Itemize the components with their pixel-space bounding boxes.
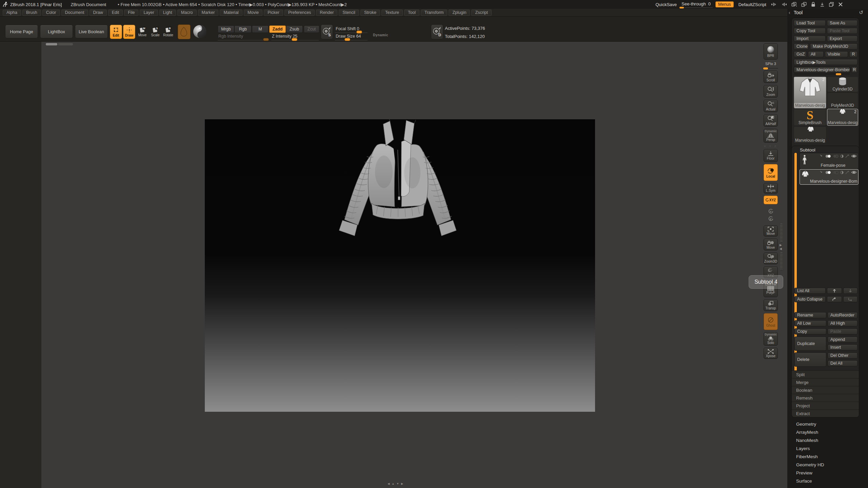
make-polymesh3d-button[interactable]: Make PolyMesh3D bbox=[810, 43, 857, 49]
current-material-button[interactable] bbox=[193, 24, 207, 39]
canvas-scrollbar-track[interactable] bbox=[58, 43, 73, 45]
live-boolean-button[interactable]: Live Boolean bbox=[75, 25, 108, 38]
palette-nanomesh[interactable]: NanoMesh bbox=[796, 438, 818, 443]
canvas-left-arrow[interactable]: ◀ bbox=[388, 482, 390, 485]
all-low-button[interactable]: All Low bbox=[794, 320, 826, 326]
scroll-button[interactable]: Scroll bbox=[764, 70, 778, 83]
move3d-button[interactable]: Move bbox=[764, 239, 778, 250]
canvas-down-arrow[interactable]: ▼ bbox=[396, 482, 399, 485]
home-page-button[interactable]: Home Page bbox=[5, 25, 38, 38]
copy-subtool-button[interactable]: Copy bbox=[794, 328, 826, 334]
subtool-title[interactable]: Subtool bbox=[800, 147, 815, 152]
canvas-nav-arrows[interactable]: ◀ ▲ ▼ ▶ bbox=[388, 482, 403, 485]
focal-shift-slider[interactable]: Focal Shift 0 bbox=[335, 26, 368, 33]
load-tool-button[interactable]: Load Tool bbox=[794, 20, 826, 26]
section-boolean[interactable]: Boolean bbox=[792, 386, 859, 394]
zoom3d-button[interactable]: Zoom3D bbox=[764, 252, 778, 264]
del-other-button[interactable]: Del Other bbox=[828, 352, 857, 359]
zoom-button[interactable]: Zoom bbox=[764, 85, 778, 98]
xyz-rotation-button[interactable]: XYZ bbox=[764, 196, 778, 204]
difference-icon[interactable] bbox=[840, 171, 844, 174]
menu-zplugin[interactable]: Zplugin bbox=[449, 9, 470, 16]
goto-subtool-icon[interactable] bbox=[820, 155, 824, 158]
dynamic-draw-size-label[interactable]: Dynamic bbox=[373, 33, 388, 37]
lsym-button[interactable]: L.Sym bbox=[764, 183, 778, 194]
eye-visibility-icon[interactable] bbox=[851, 154, 857, 158]
panel-collapse-icon[interactable]: ‹ bbox=[789, 10, 790, 15]
all-high-button[interactable]: All High bbox=[828, 320, 857, 326]
section-extract[interactable]: Extract bbox=[792, 409, 859, 417]
menus-button[interactable]: Menus bbox=[715, 1, 734, 7]
collapse-left-tray-icon[interactable] bbox=[771, 2, 777, 7]
palette-reset-icon[interactable]: ↺ bbox=[859, 9, 863, 16]
menu-material[interactable]: Material bbox=[220, 9, 242, 16]
duplicate-button[interactable]: Duplicate bbox=[794, 337, 826, 351]
tool-thumb-0[interactable]: 2 Marvelous-desig bbox=[794, 77, 826, 108]
goto-subtool-icon[interactable] bbox=[820, 171, 824, 174]
actual-button[interactable]: x1 Actual bbox=[764, 100, 778, 112]
menu-picker[interactable]: Picker bbox=[264, 9, 283, 16]
current-alpha-button[interactable] bbox=[178, 24, 191, 39]
eye-visibility-icon[interactable] bbox=[851, 170, 857, 174]
paint-icon[interactable] bbox=[845, 171, 849, 174]
section-remesh[interactable]: Remesh bbox=[792, 394, 859, 402]
palette-arraymesh[interactable]: ArrayMesh bbox=[796, 430, 818, 435]
clone-button[interactable]: Clone bbox=[794, 43, 809, 49]
auto-collapse-button[interactable]: Auto Collapse bbox=[794, 296, 826, 302]
edit-button[interactable]: Edit bbox=[110, 25, 122, 39]
palette-geometry-hd[interactable]: Geometry HD bbox=[796, 462, 824, 467]
rgb-intensity-slider[interactable]: Rgb Intensity bbox=[218, 34, 269, 40]
default-zscript-button[interactable]: DefaultZScript bbox=[738, 2, 766, 7]
rgb-intensity-handle[interactable] bbox=[263, 38, 269, 41]
menu-transform[interactable]: Transform bbox=[421, 9, 448, 16]
mrgb-button[interactable]: Mrgb bbox=[218, 25, 234, 33]
section-project[interactable]: Project bbox=[792, 402, 859, 409]
transp-button[interactable]: Transp bbox=[764, 299, 778, 311]
subtool-row-female-pose[interactable]: Female-pose bbox=[800, 153, 859, 169]
subtool-up-button[interactable] bbox=[827, 288, 842, 294]
export-button[interactable]: Export bbox=[827, 36, 857, 42]
local-button[interactable]: Local bbox=[764, 164, 778, 181]
focal-shift-handle[interactable] bbox=[356, 30, 362, 34]
paste-subtool-button[interactable]: Paste bbox=[828, 328, 857, 334]
palette-surface[interactable]: Surface bbox=[796, 479, 812, 484]
z-intensity-slider[interactable]: Z Intensity 25 bbox=[271, 34, 319, 40]
rotate-y-button[interactable]: Y bbox=[764, 208, 777, 215]
goz-button[interactable]: GoZ bbox=[794, 51, 807, 57]
minimize-icon[interactable] bbox=[820, 2, 825, 7]
frame-button[interactable]: Move bbox=[764, 225, 778, 237]
difference-icon[interactable] bbox=[840, 155, 844, 158]
palette-fibermesh[interactable]: FiberMesh bbox=[796, 454, 818, 459]
stroke-curve-button[interactable]: S bbox=[321, 24, 333, 39]
draw-size-handle[interactable] bbox=[344, 38, 350, 41]
right-tray-divider[interactable] bbox=[780, 224, 783, 243]
draw-button[interactable]: Draw bbox=[123, 25, 135, 39]
duplicate-up-button[interactable] bbox=[827, 296, 842, 302]
m-button[interactable]: M bbox=[252, 25, 269, 33]
uv-icon[interactable] bbox=[833, 155, 839, 158]
tool-thumb-2[interactable]: PolyMesh3D bbox=[827, 93, 858, 108]
z-intensity-handle[interactable] bbox=[292, 38, 297, 41]
lightbox-tools-button[interactable]: Lightbox▶Tools bbox=[794, 59, 857, 65]
duplicate-down-button[interactable] bbox=[843, 296, 857, 302]
autoreorder-button[interactable]: AutoReorder bbox=[828, 312, 857, 318]
menu-edit[interactable]: Edit bbox=[108, 9, 123, 16]
dynamic-brush-button[interactable]: D bbox=[431, 24, 443, 39]
menu-movie[interactable]: Movie bbox=[244, 9, 262, 16]
palette-preview[interactable]: Preview bbox=[796, 470, 812, 475]
del-all-button[interactable]: Del All bbox=[828, 360, 857, 366]
bpr-button[interactable]: BPR bbox=[764, 43, 778, 60]
menu-color[interactable]: Color bbox=[42, 9, 60, 16]
scale-button[interactable]: S Scale bbox=[150, 26, 160, 37]
draw-size-slider[interactable]: Draw Size 64 bbox=[335, 34, 368, 40]
zcut-button[interactable]: Zcut bbox=[304, 25, 319, 33]
window-layout-icon[interactable] bbox=[791, 2, 797, 7]
paste-tool-button[interactable]: Paste Tool bbox=[827, 28, 857, 34]
lightbox-button[interactable]: LightBox bbox=[40, 25, 73, 38]
polypaint-icon[interactable] bbox=[825, 171, 831, 174]
menu-zscript[interactable]: Zscript bbox=[471, 9, 492, 16]
right-tray-divider-arrows[interactable]: ▶◀ bbox=[780, 244, 782, 250]
spix-slider[interactable]: SPix 3 bbox=[763, 62, 778, 68]
menu-marker[interactable]: Marker bbox=[198, 9, 219, 16]
xpose-button[interactable]: Xpose bbox=[764, 348, 778, 359]
